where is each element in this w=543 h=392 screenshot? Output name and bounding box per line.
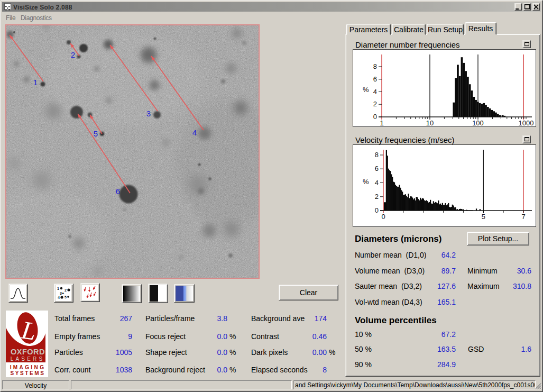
svg-text:2: 2 [71, 50, 75, 59]
svg-text:100: 100 [472, 119, 484, 126]
svg-text:10: 10 [426, 119, 434, 126]
svg-text:3: 3 [146, 109, 151, 118]
svg-text:%: % [363, 178, 369, 186]
svg-text:SYSTEMS: SYSTEMS [11, 370, 45, 376]
svg-text:0: 0 [373, 113, 377, 121]
svg-text:1000: 1000 [519, 119, 534, 126]
svg-text:7: 7 [521, 213, 525, 221]
svg-text:0: 0 [375, 206, 379, 214]
svg-text:6: 6 [375, 165, 379, 172]
svg-text:5: 5 [482, 213, 485, 221]
svg-text:2: 2 [375, 193, 379, 200]
svg-text:3+: 3+ [60, 291, 64, 295]
svg-text:1: 1 [33, 78, 38, 87]
svg-text:4: 4 [373, 88, 377, 96]
svg-text:4: 4 [58, 296, 60, 299]
svg-text:5: 5 [94, 129, 98, 138]
svg-text:6: 6 [116, 187, 120, 196]
svg-text:%: % [363, 86, 369, 94]
svg-text:6: 6 [373, 75, 377, 83]
svg-text:2: 2 [65, 288, 67, 292]
svg-text:8: 8 [375, 151, 379, 159]
svg-text:LASERS: LASERS [11, 356, 45, 362]
svg-text:8: 8 [373, 62, 377, 70]
svg-text:IMAGING: IMAGING [10, 364, 46, 370]
svg-text:5: 5 [65, 295, 67, 299]
svg-text:1: 1 [380, 119, 383, 126]
svg-text:1: 1 [57, 287, 59, 290]
svg-text:OXFORD: OXFORD [11, 348, 45, 356]
svg-text:4: 4 [375, 179, 379, 187]
svg-text:2: 2 [373, 100, 377, 108]
svg-text:4: 4 [192, 128, 197, 137]
svg-text:0: 0 [381, 213, 385, 221]
